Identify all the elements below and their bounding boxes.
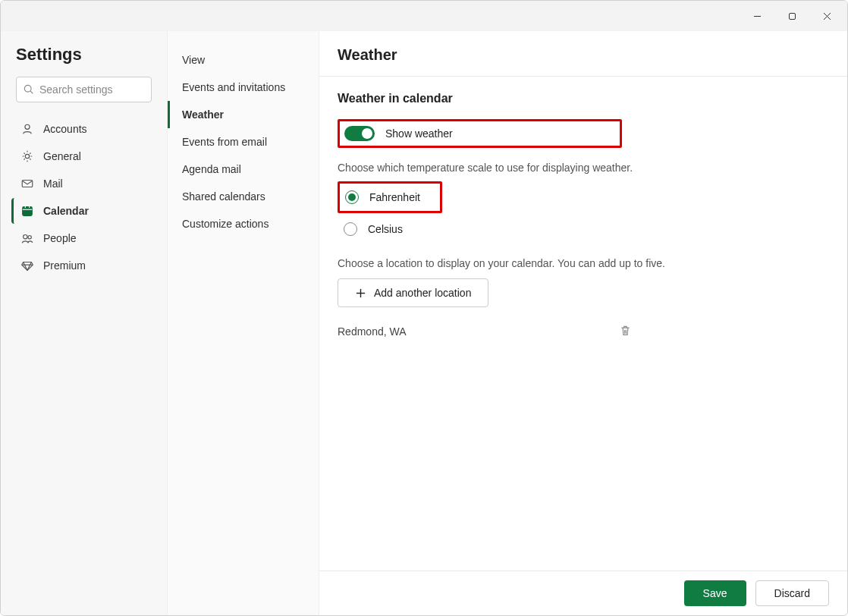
svg-point-6: [25, 124, 30, 129]
svg-point-14: [28, 235, 31, 238]
toggle-knob: [362, 128, 372, 139]
location-description: Choose a location to display on your cal…: [338, 257, 829, 269]
sidebar-item-label: General: [43, 150, 81, 162]
add-location-button[interactable]: Add another location: [338, 278, 488, 307]
content: Weather Weather in calendar Show weather…: [319, 31, 847, 615]
svg-rect-9: [23, 207, 33, 216]
sidebar-item-calendar[interactable]: Calendar: [11, 198, 159, 224]
show-weather-label: Show weather: [385, 127, 453, 140]
sidebar-item-label: Premium: [43, 259, 86, 272]
search-input[interactable]: [16, 77, 152, 102]
subnav-item-weather[interactable]: Weather: [168, 101, 319, 128]
scale-description: Choose which temperature scale to use fo…: [338, 162, 829, 174]
window-minimize-button[interactable]: [740, 1, 774, 31]
save-button[interactable]: Save: [684, 580, 746, 606]
sidebar-item-people[interactable]: People: [11, 225, 159, 251]
radio-celsius[interactable]: Celsius: [338, 218, 829, 240]
svg-point-7: [25, 154, 29, 158]
radio-circle-icon: [344, 222, 357, 236]
sidebar-item-mail[interactable]: Mail: [11, 171, 159, 196]
sidebar-item-premium[interactable]: Premium: [11, 253, 159, 278]
highlight-fahrenheit: Fahrenheit: [338, 181, 442, 213]
delete-location-button[interactable]: [619, 324, 632, 339]
settings-subnav: View Events and invitations Weather Even…: [168, 31, 319, 615]
sidebar-item-label: Mail: [43, 178, 63, 190]
sidebar-item-label: Accounts: [43, 123, 87, 135]
subnav-item-events-from-email[interactable]: Events from email: [168, 128, 319, 156]
settings-sidebar: Settings Accounts General Mail Calendar: [1, 31, 168, 615]
content-title: Weather: [338, 46, 829, 64]
radio-label: Celsius: [368, 223, 403, 235]
highlight-show-weather: Show weather: [338, 119, 622, 148]
sidebar-item-label: Calendar: [43, 205, 89, 217]
svg-line-5: [30, 91, 33, 93]
gear-icon: [20, 149, 34, 163]
mail-icon: [20, 177, 34, 190]
discard-button[interactable]: Discard: [755, 580, 829, 606]
subnav-item-customize-actions[interactable]: Customize actions: [168, 210, 319, 237]
person-icon: [20, 122, 34, 136]
calendar-icon: [20, 204, 34, 218]
plus-icon: [355, 288, 366, 299]
add-location-label: Add another location: [374, 287, 471, 299]
people-icon: [20, 231, 34, 245]
subnav-item-shared-calendars[interactable]: Shared calendars: [168, 183, 319, 210]
location-name: Redmond, WA: [338, 325, 407, 338]
radio-fahrenheit[interactable]: Fahrenheit: [344, 186, 422, 209]
sidebar-item-general[interactable]: General: [11, 143, 159, 169]
footer: Save Discard: [319, 570, 847, 615]
search-icon: [24, 84, 34, 95]
search-wrap: [16, 77, 152, 102]
radio-label: Fahrenheit: [369, 191, 420, 203]
content-header: Weather: [319, 31, 847, 77]
location-row: Redmond, WA: [338, 324, 829, 339]
sidebar-item-label: People: [43, 232, 77, 244]
window-close-button[interactable]: [809, 1, 844, 31]
svg-point-4: [24, 85, 31, 92]
svg-point-13: [24, 235, 27, 239]
trash-icon: [619, 324, 632, 337]
section-title: Weather in calendar: [338, 92, 829, 105]
subnav-item-agenda-mail[interactable]: Agenda mail: [168, 156, 319, 183]
window-titlebar: [1, 1, 847, 31]
radio-circle-icon: [345, 190, 359, 204]
window-maximize-button[interactable]: [774, 1, 809, 31]
show-weather-toggle[interactable]: [344, 126, 375, 141]
sidebar-item-accounts[interactable]: Accounts: [11, 116, 159, 142]
subnav-item-view[interactable]: View: [168, 46, 319, 74]
diamond-icon: [20, 259, 34, 272]
subnav-item-events-invitations[interactable]: Events and invitations: [168, 74, 319, 101]
svg-rect-1: [789, 13, 795, 19]
page-title: Settings: [16, 45, 159, 64]
